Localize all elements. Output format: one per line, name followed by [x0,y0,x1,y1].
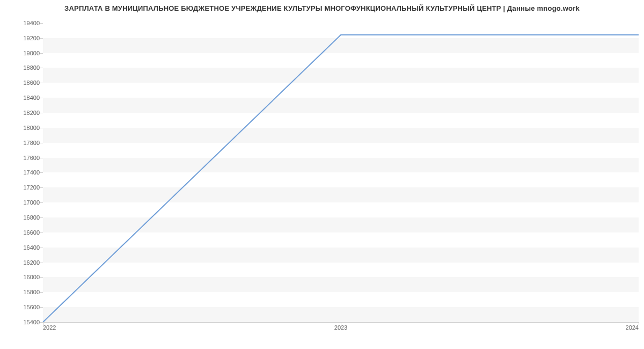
y-axis-label: 16000 [8,274,40,280]
y-axis-label: 16800 [8,214,40,221]
y-axis-label: 17000 [8,199,40,206]
x-axis-label: 2024 [626,324,639,331]
y-tick [40,263,43,263]
y-axis-label: 15600 [8,304,40,310]
y-axis-label: 16400 [8,244,40,251]
y-axis-label: 18000 [8,125,40,131]
y-axis-label: 17400 [8,169,40,176]
y-axis-label: 17600 [8,155,40,161]
line-series [43,21,639,322]
y-tick [40,202,43,203]
y-tick [40,172,43,173]
y-axis-label: 19400 [8,20,40,26]
y-tick [40,232,43,233]
y-tick [40,98,43,98]
y-axis-label: 19000 [8,50,40,56]
y-tick [40,248,43,248]
y-tick [40,292,43,293]
y-axis-label: 16600 [8,229,40,236]
y-tick [40,38,43,39]
salary-line-chart: ЗАРПЛАТА В МУНИЦИПАЛЬНОЕ БЮДЖЕТНОЕ УЧРЕЖ… [0,0,644,349]
y-axis-label: 17800 [8,140,40,146]
plot-area [43,21,639,323]
y-axis-label: 15400 [8,319,40,325]
y-tick [40,83,43,83]
y-axis-label: 16200 [8,259,40,266]
x-axis-label: 2022 [43,324,56,331]
y-tick [40,307,43,308]
series-line [43,35,639,322]
y-tick [40,113,43,113]
y-axis-label: 18800 [8,64,40,71]
y-tick [40,128,43,128]
x-axis-label: 2023 [334,324,347,331]
x-tick [639,322,639,325]
y-tick [40,53,43,54]
y-tick [40,158,43,158]
y-tick [40,217,43,218]
y-tick [40,187,43,188]
y-tick [40,68,43,68]
y-axis-label: 18200 [8,110,40,116]
y-axis-label: 17200 [8,184,40,191]
y-axis-label: 15800 [8,289,40,295]
chart-title: ЗАРПЛАТА В МУНИЦИПАЛЬНОЕ БЮДЖЕТНОЕ УЧРЕЖ… [0,4,644,12]
y-tick [40,143,43,143]
y-tick [40,23,43,24]
y-axis-label: 18400 [8,94,40,101]
y-axis-label: 19200 [8,35,40,41]
y-tick [40,277,43,278]
y-axis-label: 18600 [8,79,40,86]
